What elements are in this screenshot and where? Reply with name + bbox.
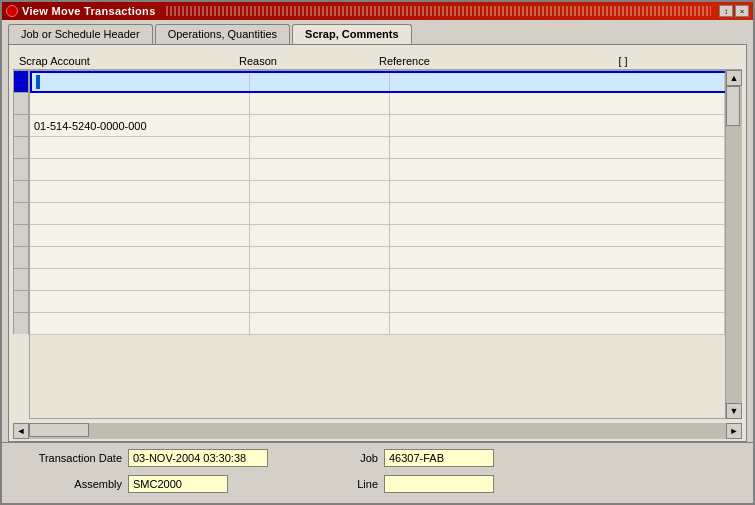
resize-button[interactable]: ↕ bbox=[719, 5, 733, 17]
cell-scrap-1[interactable] bbox=[30, 73, 250, 91]
table-row[interactable] bbox=[30, 159, 725, 181]
table-header: Scrap Account Reason Reference [ ] bbox=[13, 53, 742, 70]
transaction-date-label: Transaction Date bbox=[12, 452, 122, 464]
cell-reason-8[interactable] bbox=[250, 225, 390, 246]
cell-scrap-10[interactable] bbox=[30, 269, 250, 290]
row-selector-7[interactable] bbox=[13, 202, 29, 224]
cell-reason-2[interactable] bbox=[250, 93, 390, 114]
col-header-scrap: Scrap Account bbox=[13, 55, 233, 67]
row-selector-11[interactable] bbox=[13, 290, 29, 312]
cell-reason-1[interactable] bbox=[250, 73, 390, 91]
close-button[interactable]: × bbox=[735, 5, 749, 17]
main-window: View Move Transactions ↕ × Job or Schedu… bbox=[0, 0, 755, 505]
row-selector-8[interactable] bbox=[13, 224, 29, 246]
scroll-track-v[interactable] bbox=[726, 86, 742, 403]
footer-right-col: Job Line bbox=[348, 449, 494, 497]
table-row[interactable] bbox=[30, 225, 725, 247]
col-header-reason: Reason bbox=[233, 55, 373, 67]
table-row[interactable] bbox=[30, 93, 725, 115]
scroll-up-button[interactable]: ▲ bbox=[726, 70, 742, 86]
table-row[interactable] bbox=[30, 247, 725, 269]
scroll-right-button[interactable]: ► bbox=[726, 423, 742, 439]
transaction-date-input[interactable] bbox=[128, 449, 268, 467]
job-input[interactable] bbox=[384, 449, 494, 467]
scroll-thumb-v[interactable] bbox=[726, 86, 740, 126]
table-row[interactable] bbox=[30, 71, 725, 93]
assembly-label: Assembly bbox=[12, 478, 122, 490]
cell-reason-4[interactable] bbox=[250, 137, 390, 158]
tab-bar: Job or Schedule Header Operations, Quant… bbox=[2, 20, 753, 44]
job-row: Job bbox=[348, 449, 494, 467]
title-bar: View Move Transactions ↕ × bbox=[2, 2, 753, 20]
row-selector-12[interactable] bbox=[13, 312, 29, 334]
assembly-row: Assembly bbox=[12, 475, 268, 493]
cell-reference-12[interactable] bbox=[390, 313, 725, 334]
row-selector-10[interactable] bbox=[13, 268, 29, 290]
cell-scrap-7[interactable] bbox=[30, 203, 250, 224]
table-row[interactable] bbox=[30, 203, 725, 225]
cell-reason-3[interactable] bbox=[250, 115, 390, 136]
row-selector-3[interactable] bbox=[13, 114, 29, 136]
table-row[interactable] bbox=[30, 181, 725, 203]
cell-reason-7[interactable] bbox=[250, 203, 390, 224]
scroll-thumb-h[interactable] bbox=[29, 423, 89, 437]
col-header-reference: Reference bbox=[373, 55, 613, 67]
cell-scrap-3[interactable]: 01-514-5240-0000-000 bbox=[30, 115, 250, 136]
cell-scrap-6[interactable] bbox=[30, 181, 250, 202]
title-pattern bbox=[164, 6, 711, 16]
tab-operations[interactable]: Operations, Quantities bbox=[155, 24, 290, 44]
cell-scrap-4[interactable] bbox=[30, 137, 250, 158]
title-bar-left: View Move Transactions bbox=[6, 5, 156, 17]
tab-scrap-comments[interactable]: Scrap, Comments bbox=[292, 24, 412, 44]
row-selector-4[interactable] bbox=[13, 136, 29, 158]
scroll-down-button[interactable]: ▼ bbox=[726, 403, 742, 419]
cell-scrap-2[interactable] bbox=[30, 93, 250, 114]
scroll-left-button[interactable]: ◄ bbox=[13, 423, 29, 439]
cell-reason-6[interactable] bbox=[250, 181, 390, 202]
cell-scrap-8[interactable] bbox=[30, 225, 250, 246]
footer-area: Transaction Date Assembly Job Line bbox=[2, 442, 753, 503]
row-selector-5[interactable] bbox=[13, 158, 29, 180]
table-row[interactable] bbox=[30, 269, 725, 291]
line-input[interactable] bbox=[384, 475, 494, 493]
row-selector-9[interactable] bbox=[13, 246, 29, 268]
cell-scrap-5[interactable] bbox=[30, 159, 250, 180]
assembly-input[interactable] bbox=[128, 475, 228, 493]
cell-scrap-12[interactable] bbox=[30, 313, 250, 334]
job-label: Job bbox=[348, 452, 378, 464]
vertical-scrollbar: ▲ ▼ bbox=[726, 70, 742, 419]
table-row[interactable]: 01-514-5240-0000-000 bbox=[30, 115, 725, 137]
cell-reason-10[interactable] bbox=[250, 269, 390, 290]
line-row: Line bbox=[348, 475, 494, 493]
row-selector-6[interactable] bbox=[13, 180, 29, 202]
cell-reason-9[interactable] bbox=[250, 247, 390, 268]
cell-reference-7[interactable] bbox=[390, 203, 725, 224]
cell-reference-11[interactable] bbox=[390, 291, 725, 312]
cell-reference-6[interactable] bbox=[390, 181, 725, 202]
cell-reason-5[interactable] bbox=[250, 159, 390, 180]
cell-reference-1[interactable] bbox=[390, 73, 725, 91]
cell-scrap-9[interactable] bbox=[30, 247, 250, 268]
table-row[interactable] bbox=[30, 313, 725, 335]
scroll-track-h[interactable] bbox=[29, 423, 726, 439]
cell-reference-2[interactable] bbox=[390, 93, 725, 114]
footer-section: Transaction Date Assembly Job Line bbox=[12, 449, 743, 497]
row-selector-2[interactable] bbox=[13, 92, 29, 114]
cell-reason-11[interactable] bbox=[250, 291, 390, 312]
cell-reference-9[interactable] bbox=[390, 247, 725, 268]
cell-reference-4[interactable] bbox=[390, 137, 725, 158]
cell-reason-12[interactable] bbox=[250, 313, 390, 334]
cell-reference-8[interactable] bbox=[390, 225, 725, 246]
bracket-header: [ ] bbox=[613, 55, 633, 67]
cell-reference-3[interactable] bbox=[390, 115, 725, 136]
table-scroll-wrapper: 01-514-5240-0000-000 bbox=[13, 70, 742, 419]
row-selector-1[interactable] bbox=[13, 70, 29, 92]
table-row[interactable] bbox=[30, 137, 725, 159]
cell-scrap-11[interactable] bbox=[30, 291, 250, 312]
content-area: Scrap Account Reason Reference [ ] bbox=[8, 44, 747, 442]
table-area: Scrap Account Reason Reference [ ] bbox=[13, 53, 742, 419]
table-row[interactable] bbox=[30, 291, 725, 313]
cell-reference-5[interactable] bbox=[390, 159, 725, 180]
tab-job-header[interactable]: Job or Schedule Header bbox=[8, 24, 153, 44]
cell-reference-10[interactable] bbox=[390, 269, 725, 290]
